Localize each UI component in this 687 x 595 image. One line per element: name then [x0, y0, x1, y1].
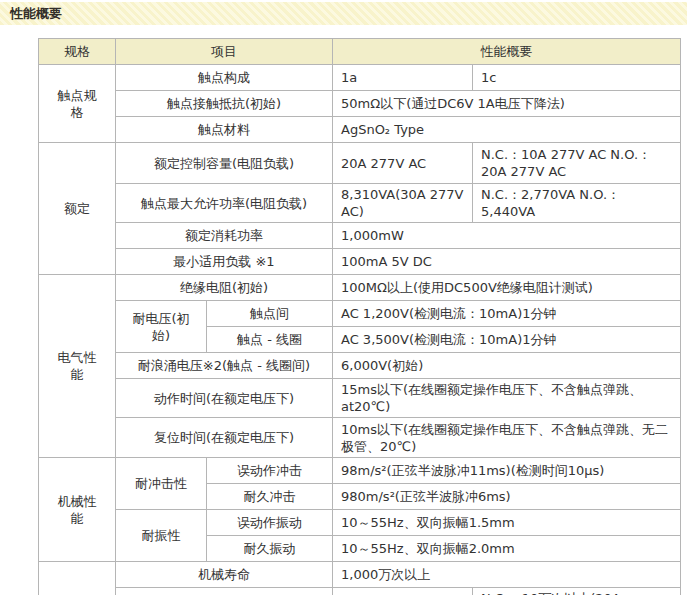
label-electrical-life: 电气寿命 ※3(电阻负载at20℃ 通断频率20次 / 分钟): [116, 588, 333, 595]
label-contact-resistance: 触点接触抵抗(初始): [116, 91, 333, 117]
value-insulation-resistance: 100MΩ以上(使用DC500V绝缘电阻计测试): [333, 275, 681, 301]
table-row: 复位时间(在额定电压下) 10ms以下(在线圈额定操作电压下、不含触点弹跳、无二…: [39, 418, 681, 458]
label-power-consumption: 额定消耗功率: [116, 223, 333, 249]
label-max-switching-power: 触点最大允许功率(电阻负载): [116, 184, 333, 223]
group-cell-contact-spec: 触点规格: [39, 65, 116, 143]
table-row: 耐浪涌电压※2(触点 - 线圈间) 6,000V(初始): [39, 353, 681, 379]
label-min-load: 最小适用负载 ※1: [116, 249, 333, 275]
label-contact-material: 触点材料: [116, 117, 333, 143]
value-shock-malfunction: 98m/s²(正弦半波脉冲11ms)(检测时间10μs): [333, 458, 681, 484]
table-row: 电气寿命 ※3(电阻负载at20℃ 通断频率20次 / 分钟) 10万次以上(2…: [39, 588, 681, 595]
value-release-time: 10ms以下(在线圈额定操作电压下、不含触点弹跳、无二极管、20℃): [333, 418, 681, 458]
label-vibration-resistance: 耐振性: [116, 510, 207, 562]
value-between-contacts: AC 1,200V(检测电流：10mA)1分钟: [333, 301, 681, 327]
label-contact-coil: 触点 - 线圈: [207, 327, 333, 353]
section-title-banner: 性能概要: [0, 2, 687, 25]
label-insulation-resistance: 绝缘电阻(初始): [116, 275, 333, 301]
value-operate-time: 15ms以下(在线圈额定操作电压下、不含触点弹跳、at20℃): [333, 379, 681, 418]
value-vibration-endurance: 10～55Hz、双向振幅2.0mm: [333, 536, 681, 562]
performance-spec-table: 规格 项目 性能概要 触点规格 触点构成 1a 1c 触点接触抵抗(初始) 50…: [38, 38, 681, 595]
group-cell-life: 寿命: [39, 562, 116, 595]
table-row: 电气性能 绝缘电阻(初始) 100MΩ以上(使用DC500V绝缘电阻计测试): [39, 275, 681, 301]
group-cell-electrical: 电气性能: [39, 275, 116, 458]
value-contact-coil: AC 3,500V(检测电流：10mA)1分钟: [333, 327, 681, 353]
value-contact-arrangement-1a: 1a: [333, 65, 473, 91]
label-mechanical-life: 机械寿命: [116, 562, 333, 588]
value-surge-voltage: 6,000V(初始): [333, 353, 681, 379]
value-shock-endurance: 980m/s²(正弦半波脉冲6ms): [333, 484, 681, 510]
col-header-item: 项目: [116, 39, 333, 65]
table-row: 耐电压(初始) 触点间 AC 1,200V(检测电流：10mA)1分钟: [39, 301, 681, 327]
label-shock-malfunction: 误动作冲击: [207, 458, 333, 484]
value-rated-capacity-1c: N.C.：10A 277V AC N.O.：20A 277V AC: [473, 143, 681, 184]
value-electrical-life-no: N.O.：10万次以上(20A 277VAC): [481, 590, 672, 595]
header-row: 规格 项目 性能概要: [39, 39, 681, 65]
value-power-consumption: 1,000mW: [333, 223, 681, 249]
value-contact-resistance: 50mΩ以下(通过DC6V 1A电压下降法): [333, 91, 681, 117]
value-electrical-life-1a: 10万次以上(20A 277V AC): [333, 588, 473, 595]
value-max-switching-power-1c: N.C.：2,770VA N.O.：5,440VA: [473, 184, 681, 223]
table-row: 寿命 机械寿命 1,000万次以上: [39, 562, 681, 588]
table-row: 额定 额定控制容量(电阻负载) 20A 277V AC N.C.：10A 277…: [39, 143, 681, 184]
table-row: 触点规格 触点构成 1a 1c: [39, 65, 681, 91]
value-contact-material: AgSnO₂ Type: [333, 117, 681, 143]
label-release-time: 复位时间(在额定电压下): [116, 418, 333, 458]
label-shock-endurance: 耐久冲击: [207, 484, 333, 510]
label-shock-resistance: 耐冲击性: [116, 458, 207, 510]
table-row: 耐振性 误动作振动 10～55Hz、双向振幅1.5mm: [39, 510, 681, 536]
table-row: 触点最大允许功率(电阻负载) 8,310VA(30A 277V AC) N.C.…: [39, 184, 681, 223]
label-rated-capacity: 额定控制容量(电阻负载): [116, 143, 333, 184]
value-electrical-life-1c: N.O.：10万次以上(20A 277VAC) N.C.：10万次以上(10A …: [473, 588, 681, 595]
value-rated-capacity-1a: 20A 277V AC: [333, 143, 473, 184]
table-row: 机械性能 耐冲击性 误动作冲击 98m/s²(正弦半波脉冲11ms)(检测时间1…: [39, 458, 681, 484]
table-row: 动作时间(在额定电压下) 15ms以下(在线圈额定操作电压下、不含触点弹跳、at…: [39, 379, 681, 418]
table-row: 额定消耗功率 1,000mW: [39, 223, 681, 249]
group-cell-rating: 额定: [39, 143, 116, 275]
table-row: 触点材料 AgSnO₂ Type: [39, 117, 681, 143]
value-mechanical-life: 1,000万次以上: [333, 562, 681, 588]
label-withstand-voltage: 耐电压(初始): [116, 301, 207, 353]
table-row: 最小适用负载 ※1 100mA 5V DC: [39, 249, 681, 275]
label-surge-voltage: 耐浪涌电压※2(触点 - 线圈间): [116, 353, 333, 379]
spec-page: 性能概要 规格 项目 性能概要 触点规格 触点构成 1a 1c 触点接触抵抗(初…: [0, 0, 687, 595]
value-contact-arrangement-1c: 1c: [473, 65, 681, 91]
table-row: 触点接触抵抗(初始) 50mΩ以下(通过DC6V 1A电压下降法): [39, 91, 681, 117]
label-vibration-endurance: 耐久振动: [207, 536, 333, 562]
value-min-load: 100mA 5V DC: [333, 249, 681, 275]
value-vibration-malfunction: 10～55Hz、双向振幅1.5mm: [333, 510, 681, 536]
label-between-contacts: 触点间: [207, 301, 333, 327]
group-cell-mechanical: 机械性能: [39, 458, 116, 562]
col-header-spec: 规格: [39, 39, 116, 65]
label-vibration-malfunction: 误动作振动: [207, 510, 333, 536]
page-title: 性能概要: [0, 2, 687, 25]
label-contact-arrangement: 触点构成: [116, 65, 333, 91]
label-operate-time: 动作时间(在额定电压下): [116, 379, 333, 418]
col-header-summary: 性能概要: [333, 39, 681, 65]
value-max-switching-power-1a: 8,310VA(30A 277V AC): [333, 184, 473, 223]
